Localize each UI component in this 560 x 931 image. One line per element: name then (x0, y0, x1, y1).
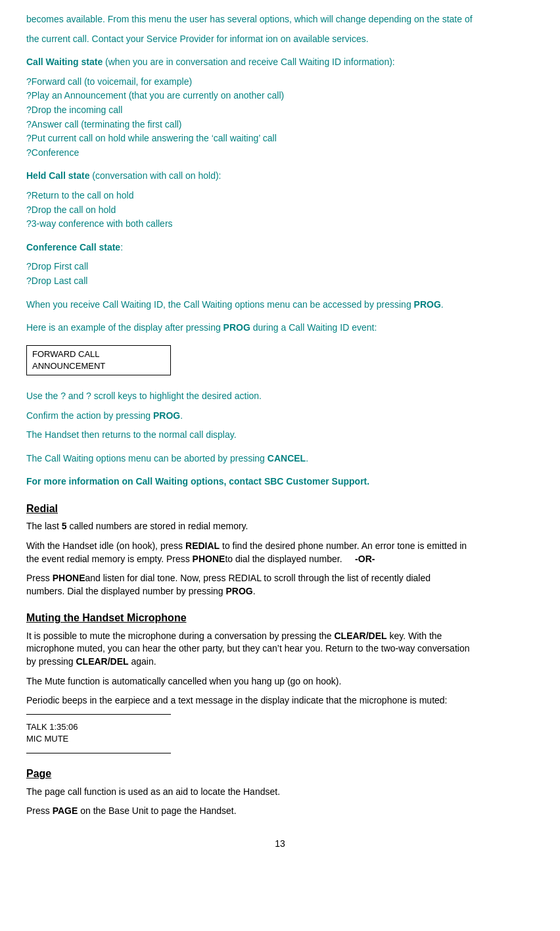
intro-line2: the current call. Contact your Service P… (26, 34, 369, 44)
held-call-item-2-text: ?Drop the call on hold (26, 204, 116, 217)
redial-heading: Redial (26, 502, 534, 516)
page-line1-text: The page call function is used as an aid… (26, 786, 280, 797)
muting-separator-top (26, 714, 171, 715)
for-more-section: For more information on Call Waiting opt… (26, 475, 534, 489)
redial-section: Redial The last 5 called numbers are sto… (26, 502, 534, 598)
call-waiting-item-3-text: ?Drop the incoming call (26, 104, 122, 117)
call-waiting-item-4: ?Answer call (terminating the first call… (26, 118, 534, 131)
page-heading: Page (26, 767, 534, 781)
scroll-note1-text: Use the ? and ? scroll keys to highlight… (26, 391, 262, 401)
redial-para1: With the Handset idle (on hook), press R… (26, 540, 534, 565)
scroll-note3-text: The Handset then returns to the normal c… (26, 429, 237, 440)
prog-note-text: When you receive Call Waiting ID, the Ca… (26, 299, 414, 310)
held-call-heading-suffix: (conversation with call on hold): (89, 170, 221, 181)
conference-item-1: ?Drop First call (26, 260, 534, 274)
intro-p1: becomes available. From this menu the us… (26, 13, 534, 26)
redial-num: 5 (62, 521, 67, 531)
for-more-text: For more information on Call Waiting opt… (26, 476, 367, 487)
call-waiting-item-5: ?Put current call on hold while answerin… (26, 132, 534, 145)
held-call-item-2: ?Drop the call on hold (26, 204, 534, 217)
redial-line1-para: The last 5 called numbers are stored in … (26, 520, 534, 533)
example-suffix-text: during a Call Waiting ID event: (250, 322, 377, 333)
call-waiting-heading-suffix: (when you are in conversation and receiv… (103, 57, 395, 67)
page-line2b-text: on the Base Unit to page the Handset. (78, 805, 236, 816)
redial-bold: REDIAL (185, 540, 220, 551)
redial-para1-3: the event redial memory is empty. Press (26, 554, 193, 564)
redial-line1b-text: called numbers are stored in redial memo… (67, 521, 248, 531)
example-intro-text: Here is an example of the display after … (26, 322, 223, 333)
conference-heading: Conference Call state (26, 242, 120, 252)
muting-para1-5: again. (129, 656, 156, 667)
display-box: FORWARD CALL ANNOUNCEMENT (26, 345, 171, 375)
page-section: Page The page call function is used as a… (26, 767, 534, 818)
muting-para3-text: Periodic beeps in the earpiece and a tex… (26, 695, 448, 705)
prog-label: PROG (414, 299, 441, 310)
call-waiting-item-1-text: ?Forward call (to voicemail, for example… (26, 76, 192, 89)
cancel-note-section: The Call Waiting options menu can be abo… (26, 452, 534, 465)
held-call-item-1: ?Return to the call on hold (26, 189, 534, 203)
muting-para2: The Mute function is automatically cance… (26, 675, 534, 688)
prog-note-para: When you receive Call Waiting ID, the Ca… (26, 298, 534, 312)
held-call-heading: Held Call state (26, 170, 89, 181)
conference-heading-suffix: : (120, 242, 123, 252)
call-waiting-item-6: ?Conference (26, 147, 534, 160)
muting-separator-bottom (26, 753, 171, 753)
redial-para2-4: . (253, 586, 256, 596)
scroll-note2-text: Confirm the action by pressing (26, 410, 153, 421)
example-intro-para: Here is an example of the display after … (26, 322, 534, 335)
redial-para2: Press PHONEand listen for dial tone. Now… (26, 572, 534, 598)
display-line-1: FORWARD CALL (32, 348, 165, 360)
conference-item-1-text: ?Drop First call (26, 260, 88, 274)
redial-para1-4: to dial the displayed number. (225, 554, 342, 564)
held-call-heading-line: Held Call state (conversation with call … (26, 170, 534, 183)
prog-note-section: When you receive Call Waiting ID, the Ca… (26, 298, 534, 312)
muting-heading: Muting the Handset Microphone (26, 611, 534, 625)
for-more-period: . (367, 476, 369, 487)
scroll-note3-para: The Handset then returns to the normal c… (26, 429, 534, 442)
page-line2-text: Press (26, 805, 53, 816)
call-waiting-item-6-text: ?Conference (26, 147, 79, 160)
cancel-label: CANCEL (268, 453, 306, 464)
muting-clearDel2-bold: CLEAR/DEL (76, 656, 128, 667)
muting-clearDel-bold: CLEAR/DEL (334, 631, 386, 641)
held-call-item-3-text: ?3-way conference with both callers (26, 218, 173, 231)
redial-phone2-bold: PHONE (53, 573, 85, 583)
call-waiting-heading-line: Call Waiting state (when you are in conv… (26, 56, 534, 69)
redial-para2-1: Press (26, 573, 53, 583)
prog-period: . (441, 299, 444, 310)
intro-p2: the current call. Contact your Service P… (26, 33, 534, 46)
conference-call-state-section: Conference Call state: ?Drop First call … (26, 241, 534, 288)
held-call-state-section: Held Call state (conversation with call … (26, 170, 534, 230)
scroll-prog-label: PROG (153, 410, 180, 421)
muting-display-box: TALK 1:35:06 MIC MUTE (26, 720, 171, 746)
page-bold: PAGE (53, 805, 78, 816)
conference-heading-line: Conference Call state: (26, 241, 534, 254)
redial-line1-text: The last (26, 521, 62, 531)
redial-para2-3: numbers. Dial the displayed number by pr… (26, 586, 226, 596)
page-content: becomes available. From this menu the us… (26, 13, 534, 850)
for-more-para: For more information on Call Waiting opt… (26, 475, 534, 489)
scroll-notes-section: Use the ? and ? scroll keys to highlight… (26, 390, 534, 442)
muting-section: Muting the Handset Microphone It is poss… (26, 611, 534, 753)
conference-item-2-text: ?Drop Last call (26, 275, 87, 288)
muting-display-line-1: TALK 1:35:06 (26, 721, 171, 733)
held-call-item-3: ?3-way conference with both callers (26, 218, 534, 231)
example-prog-label: PROG (223, 322, 250, 333)
scroll-note1-para: Use the ? and ? scroll keys to highlight… (26, 390, 534, 403)
muting-display-container: TALK 1:35:06 MIC MUTE (26, 714, 534, 753)
redial-para2-2: and listen for dial tone. Now, press RED… (85, 573, 431, 583)
redial-phone-bold: PHONE (193, 554, 225, 564)
intro-section: becomes available. From this menu the us… (26, 13, 534, 45)
conference-item-2: ?Drop Last call (26, 275, 534, 288)
call-waiting-item-2: ?Play an Announcement (that you are curr… (26, 89, 534, 103)
muting-para1-4: by pressing (26, 656, 76, 667)
cancel-note-para: The Call Waiting options menu can be abo… (26, 452, 534, 465)
muting-para2-text: The Mute function is automatically cance… (26, 676, 341, 686)
call-waiting-item-5-text: ?Put current call on hold while answerin… (26, 132, 277, 145)
muting-display-line-2: MIC MUTE (26, 733, 171, 745)
muting-para3: Periodic beeps in the earpiece and a tex… (26, 694, 534, 707)
muting-para1-3: microphone muted, you can hear the other… (26, 643, 469, 654)
scroll-note2-para: Confirm the action by pressing PROG. (26, 410, 534, 423)
page-line1-para: The page call function is used as an aid… (26, 786, 534, 799)
cancel-period: . (306, 453, 308, 464)
